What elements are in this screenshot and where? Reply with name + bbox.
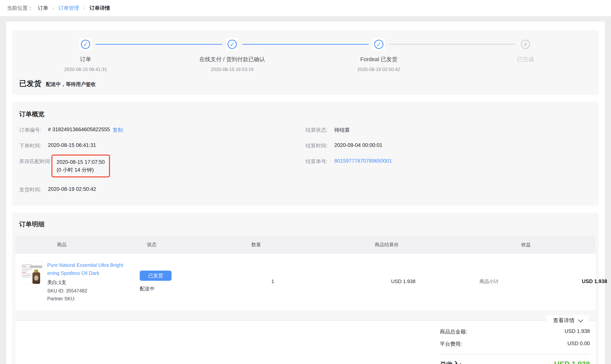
step-title: 订单 xyxy=(80,56,91,63)
status-cell: 已发货 配送中 xyxy=(125,271,212,292)
overview-section-title: 订单概览 xyxy=(19,110,592,118)
total-income-label: 总收入: xyxy=(440,360,462,364)
stock-match-duration: (0 小时 14 分钟) xyxy=(57,166,105,174)
stock-match-time-value: 2020-08-15 17:07:50 xyxy=(57,158,105,166)
product-info: Pure Natural Essential Ultra Brightening… xyxy=(47,261,125,301)
total-goods-amount-value: USD 1.938 xyxy=(565,328,590,335)
column-header-quantity: 数量 xyxy=(195,241,317,248)
table-row: 净肤淡斑精油 Pure Natural Essential Ultra Brig… xyxy=(15,254,596,310)
stock-match-time-row: 库存匹配时间 2020-08-15 17:07:50 (0 小时 14 分钟) xyxy=(19,158,306,177)
copy-order-number-button[interactable]: 复制 xyxy=(113,127,123,133)
totals-divider xyxy=(440,354,590,354)
step-title: 已完成 xyxy=(517,56,534,63)
field-label: 结算时间: xyxy=(306,142,332,149)
order-overview-panel: 订单概览 订单编号: # 31824913664605822555 复制 下单时… xyxy=(12,102,599,206)
settle-time-row: 结算时间: 2020-09-04 00:00:01 xyxy=(306,142,592,149)
subtotal-value: USD 1.938 xyxy=(582,278,607,285)
chevron-down-icon xyxy=(578,318,583,322)
stock-match-time-highlight-box: 2020-08-15 17:07:50 (0 小时 14 分钟) xyxy=(52,155,110,177)
order-progress-panel: ✓ 订单 2020-08-15 06:41:31 ✓ 在线支付 / 货到付款已确… xyxy=(12,30,599,95)
breadcrumb: 当前位置： 订单 › 订单管理 › 订单详情 xyxy=(7,5,110,12)
step-number-circle: 4 xyxy=(519,38,532,51)
total-goods-amount-label: 商品总金额: xyxy=(440,328,467,335)
overview-left-column: 订单编号: # 31824913664605822555 复制 下单时间: 20… xyxy=(19,127,306,202)
order-detail-card: ✓ 订单 2020-08-15 06:41:31 ✓ 在线支付 / 货到付款已确… xyxy=(6,22,605,364)
step-connector-done xyxy=(242,44,369,45)
step-date: 2020-08-15 16:53:19 xyxy=(211,67,254,72)
platform-fee-row: 平台费用: USD 0.00 xyxy=(440,341,590,348)
ship-time-row: 发货时间: 2020-08-19 02:50:42 xyxy=(19,186,306,193)
breadcrumb-item-orders[interactable]: 订单 xyxy=(38,5,48,12)
total-income-row: 总收入: USD 1.938 xyxy=(440,360,590,364)
field-label: 下单时间: xyxy=(19,142,46,149)
step-shipped: ✓ Fordeal 已发货 2020-08-19 02:50:42 xyxy=(306,38,452,72)
step-order-created: ✓ 订单 2020-08-15 06:41:31 xyxy=(12,38,159,72)
column-header-income: 收益 xyxy=(456,241,596,248)
product-partner-sku: Partner SKU: xyxy=(47,296,125,301)
step-payment-confirmed: ✓ 在线支付 / 货到付款已确认 2020-08-15 16:53:19 xyxy=(159,38,306,72)
settle-status-row: 结算状态: 待结算 xyxy=(306,127,592,133)
product-spec: 美白;1支 xyxy=(47,279,125,286)
breadcrumb-item-order-detail: 订单详情 xyxy=(89,5,110,12)
chevron-right-icon: › xyxy=(52,5,54,11)
field-label: 订单编号: xyxy=(19,127,46,133)
quantity-cell: 1 xyxy=(212,278,334,285)
chevron-right-icon: › xyxy=(83,5,85,11)
order-status-line: 已发货 配送中，等待用户签收 xyxy=(19,79,599,88)
ship-time-value: 2020-08-19 02:50:42 xyxy=(48,186,96,192)
check-icon: ✓ xyxy=(79,38,92,51)
check-icon: ✓ xyxy=(372,38,385,51)
order-status-subtitle: 配送中，等待用户签收 xyxy=(46,81,96,88)
settle-status-value: 待结算 xyxy=(334,127,350,133)
check-icon: ✓ xyxy=(226,38,239,51)
step-date: 2020-08-15 06:41:31 xyxy=(64,67,107,72)
column-header-settlement-price: 商品结算价 xyxy=(317,241,456,248)
overview-right-column: 结算状态: 待结算 结算时间: 2020-09-04 00:00:01 结算单号… xyxy=(306,127,592,202)
field-label: 结算单号: xyxy=(306,158,332,165)
product-image-label-chip: 净肤淡斑精油 xyxy=(29,265,43,268)
product-cell: 净肤淡斑精油 Pure Natural Essential Ultra Brig… xyxy=(15,261,125,301)
column-header-product: 商品 xyxy=(15,241,108,248)
step-connector-done xyxy=(95,44,222,45)
breadcrumb-item-order-management[interactable]: 订单管理 xyxy=(58,5,79,12)
shipped-status-badge: 已发货 xyxy=(140,271,172,281)
bottle-image xyxy=(32,270,40,284)
order-status-title: 已发货 xyxy=(19,79,42,88)
platform-fee-label: 平台费用: xyxy=(440,341,462,348)
order-number-row: 订单编号: # 31824913664605822555 复制 xyxy=(19,127,306,133)
platform-fee-value: USD 0.00 xyxy=(567,341,590,348)
total-goods-amount-row: 商品总金额: USD 1.938 xyxy=(440,328,590,335)
settlement-price-cell: USD 1.938 xyxy=(334,278,473,285)
field-label: 发货时间: xyxy=(19,186,46,193)
order-details-panel: 订单明细 商品 状态 数量 商品结算价 收益 净肤淡斑精油 xyxy=(12,213,599,364)
step-completed: 4 已完成 xyxy=(452,38,599,72)
progress-steps: ✓ 订单 2020-08-15 06:41:31 ✓ 在线支付 / 货到付款已确… xyxy=(12,38,599,72)
product-image[interactable]: 净肤淡斑精油 xyxy=(20,261,43,285)
step-connector-pending xyxy=(389,44,516,45)
column-header-status: 状态 xyxy=(108,241,195,248)
order-number-value: # 31824913664605822555 xyxy=(48,127,110,132)
view-detail-button[interactable]: 查看详情 xyxy=(546,315,589,326)
step-date: 2020-08-19 02:50:42 xyxy=(358,67,400,72)
step-title: Fordeal 已发货 xyxy=(360,56,397,63)
step-title: 在线支付 / 货到付款已确认 xyxy=(199,56,265,63)
product-sku: SKU ID: 35547482 xyxy=(47,288,125,294)
order-items-table: 商品 状态 数量 商品结算价 收益 净肤淡斑精油 xyxy=(15,236,596,310)
delivery-status-text: 配送中 xyxy=(140,285,212,292)
view-detail-label: 查看详情 xyxy=(553,317,574,324)
order-time-row: 下单时间: 2020-08-15 06:41:31 xyxy=(19,142,306,149)
settle-time-value: 2020-09-04 00:00:01 xyxy=(334,142,383,148)
settle-number-row: 结算单号: 80159777670789650001 xyxy=(306,158,592,165)
income-cell: 商品小计 USD 1.938 xyxy=(473,278,611,285)
settle-number-link[interactable]: 80159777670789650001 xyxy=(334,158,392,164)
table-header-row: 商品 状态 数量 商品结算价 收益 xyxy=(15,236,596,254)
field-label: 库存匹配时间 xyxy=(19,158,50,165)
breadcrumb-bar: 当前位置： 订单 › 订单管理 › 订单详情 xyxy=(0,0,611,16)
order-time-value: 2020-08-15 06:41:31 xyxy=(48,142,96,148)
totals-section: 查看详情 商品总金额: USD 1.938 平台费用: USD 0.00 总收入… xyxy=(15,320,596,364)
field-label: 结算状态: xyxy=(306,127,332,133)
product-title-link[interactable]: Pure Natural Essential Ultra Brightening… xyxy=(47,261,125,277)
total-income-value: USD 1.938 xyxy=(554,360,590,364)
details-section-title: 订单明细 xyxy=(19,220,596,229)
breadcrumb-prefix: 当前位置： xyxy=(7,5,33,12)
